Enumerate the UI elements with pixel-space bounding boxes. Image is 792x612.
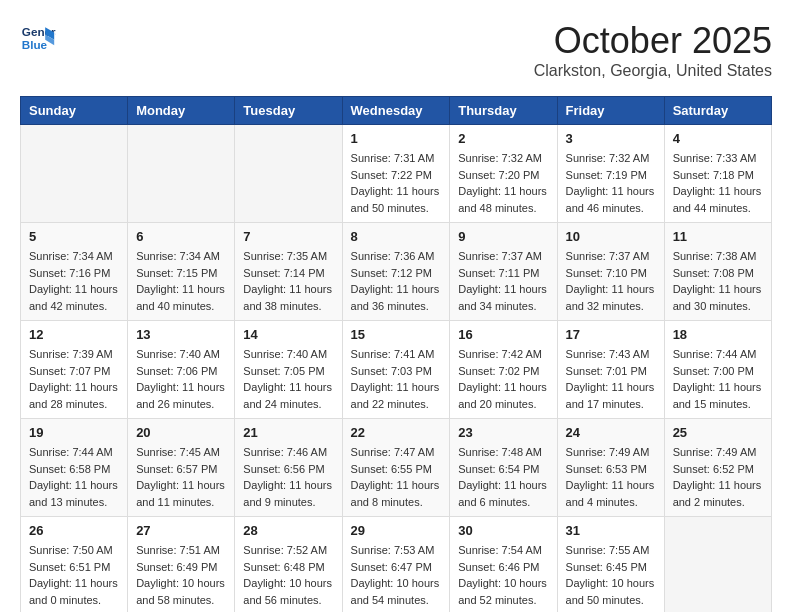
calendar-cell: 2Sunrise: 7:32 AM Sunset: 7:20 PM Daylig… xyxy=(450,125,557,223)
day-number: 10 xyxy=(566,229,656,244)
logo: General Blue xyxy=(20,20,56,56)
calendar-cell: 7Sunrise: 7:35 AM Sunset: 7:14 PM Daylig… xyxy=(235,223,342,321)
day-info: Sunrise: 7:31 AM Sunset: 7:22 PM Dayligh… xyxy=(351,150,442,216)
weekday-header-monday: Monday xyxy=(128,97,235,125)
day-number: 18 xyxy=(673,327,763,342)
calendar-cell: 23Sunrise: 7:48 AM Sunset: 6:54 PM Dayli… xyxy=(450,419,557,517)
calendar-cell xyxy=(664,517,771,613)
day-info: Sunrise: 7:41 AM Sunset: 7:03 PM Dayligh… xyxy=(351,346,442,412)
day-info: Sunrise: 7:32 AM Sunset: 7:19 PM Dayligh… xyxy=(566,150,656,216)
day-number: 23 xyxy=(458,425,548,440)
day-info: Sunrise: 7:47 AM Sunset: 6:55 PM Dayligh… xyxy=(351,444,442,510)
calendar-cell: 8Sunrise: 7:36 AM Sunset: 7:12 PM Daylig… xyxy=(342,223,450,321)
day-number: 28 xyxy=(243,523,333,538)
day-number: 8 xyxy=(351,229,442,244)
day-number: 13 xyxy=(136,327,226,342)
day-info: Sunrise: 7:46 AM Sunset: 6:56 PM Dayligh… xyxy=(243,444,333,510)
day-info: Sunrise: 7:51 AM Sunset: 6:49 PM Dayligh… xyxy=(136,542,226,608)
day-info: Sunrise: 7:37 AM Sunset: 7:10 PM Dayligh… xyxy=(566,248,656,314)
weekday-header-thursday: Thursday xyxy=(450,97,557,125)
day-info: Sunrise: 7:33 AM Sunset: 7:18 PM Dayligh… xyxy=(673,150,763,216)
day-number: 16 xyxy=(458,327,548,342)
weekday-header-tuesday: Tuesday xyxy=(235,97,342,125)
calendar-cell: 30Sunrise: 7:54 AM Sunset: 6:46 PM Dayli… xyxy=(450,517,557,613)
day-number: 14 xyxy=(243,327,333,342)
day-info: Sunrise: 7:49 AM Sunset: 6:52 PM Dayligh… xyxy=(673,444,763,510)
calendar-cell: 27Sunrise: 7:51 AM Sunset: 6:49 PM Dayli… xyxy=(128,517,235,613)
day-number: 24 xyxy=(566,425,656,440)
calendar-week-row: 12Sunrise: 7:39 AM Sunset: 7:07 PM Dayli… xyxy=(21,321,772,419)
day-info: Sunrise: 7:52 AM Sunset: 6:48 PM Dayligh… xyxy=(243,542,333,608)
calendar-cell: 18Sunrise: 7:44 AM Sunset: 7:00 PM Dayli… xyxy=(664,321,771,419)
day-number: 5 xyxy=(29,229,119,244)
day-info: Sunrise: 7:38 AM Sunset: 7:08 PM Dayligh… xyxy=(673,248,763,314)
weekday-header-saturday: Saturday xyxy=(664,97,771,125)
day-number: 2 xyxy=(458,131,548,146)
day-info: Sunrise: 7:36 AM Sunset: 7:12 PM Dayligh… xyxy=(351,248,442,314)
day-number: 15 xyxy=(351,327,442,342)
day-number: 27 xyxy=(136,523,226,538)
day-info: Sunrise: 7:54 AM Sunset: 6:46 PM Dayligh… xyxy=(458,542,548,608)
calendar-cell: 3Sunrise: 7:32 AM Sunset: 7:19 PM Daylig… xyxy=(557,125,664,223)
calendar-cell: 10Sunrise: 7:37 AM Sunset: 7:10 PM Dayli… xyxy=(557,223,664,321)
calendar-cell: 29Sunrise: 7:53 AM Sunset: 6:47 PM Dayli… xyxy=(342,517,450,613)
day-number: 26 xyxy=(29,523,119,538)
day-info: Sunrise: 7:37 AM Sunset: 7:11 PM Dayligh… xyxy=(458,248,548,314)
day-info: Sunrise: 7:44 AM Sunset: 7:00 PM Dayligh… xyxy=(673,346,763,412)
calendar-cell xyxy=(235,125,342,223)
month-title: October 2025 xyxy=(534,20,772,62)
day-number: 29 xyxy=(351,523,442,538)
day-number: 9 xyxy=(458,229,548,244)
calendar-cell: 24Sunrise: 7:49 AM Sunset: 6:53 PM Dayli… xyxy=(557,419,664,517)
calendar-cell: 31Sunrise: 7:55 AM Sunset: 6:45 PM Dayli… xyxy=(557,517,664,613)
calendar-cell: 11Sunrise: 7:38 AM Sunset: 7:08 PM Dayli… xyxy=(664,223,771,321)
calendar-week-row: 19Sunrise: 7:44 AM Sunset: 6:58 PM Dayli… xyxy=(21,419,772,517)
calendar-week-row: 26Sunrise: 7:50 AM Sunset: 6:51 PM Dayli… xyxy=(21,517,772,613)
day-number: 25 xyxy=(673,425,763,440)
day-info: Sunrise: 7:50 AM Sunset: 6:51 PM Dayligh… xyxy=(29,542,119,608)
calendar-cell: 19Sunrise: 7:44 AM Sunset: 6:58 PM Dayli… xyxy=(21,419,128,517)
day-info: Sunrise: 7:53 AM Sunset: 6:47 PM Dayligh… xyxy=(351,542,442,608)
calendar-cell: 25Sunrise: 7:49 AM Sunset: 6:52 PM Dayli… xyxy=(664,419,771,517)
day-info: Sunrise: 7:39 AM Sunset: 7:07 PM Dayligh… xyxy=(29,346,119,412)
day-number: 4 xyxy=(673,131,763,146)
day-number: 30 xyxy=(458,523,548,538)
weekday-header-sunday: Sunday xyxy=(21,97,128,125)
calendar-cell: 22Sunrise: 7:47 AM Sunset: 6:55 PM Dayli… xyxy=(342,419,450,517)
weekday-header-friday: Friday xyxy=(557,97,664,125)
day-info: Sunrise: 7:40 AM Sunset: 7:06 PM Dayligh… xyxy=(136,346,226,412)
calendar-cell xyxy=(21,125,128,223)
day-number: 20 xyxy=(136,425,226,440)
day-info: Sunrise: 7:34 AM Sunset: 7:15 PM Dayligh… xyxy=(136,248,226,314)
day-number: 1 xyxy=(351,131,442,146)
calendar-week-row: 5Sunrise: 7:34 AM Sunset: 7:16 PM Daylig… xyxy=(21,223,772,321)
day-number: 22 xyxy=(351,425,442,440)
day-info: Sunrise: 7:40 AM Sunset: 7:05 PM Dayligh… xyxy=(243,346,333,412)
day-number: 3 xyxy=(566,131,656,146)
calendar-cell xyxy=(128,125,235,223)
calendar-cell: 12Sunrise: 7:39 AM Sunset: 7:07 PM Dayli… xyxy=(21,321,128,419)
day-number: 6 xyxy=(136,229,226,244)
calendar-cell: 1Sunrise: 7:31 AM Sunset: 7:22 PM Daylig… xyxy=(342,125,450,223)
calendar-cell: 15Sunrise: 7:41 AM Sunset: 7:03 PM Dayli… xyxy=(342,321,450,419)
calendar-cell: 16Sunrise: 7:42 AM Sunset: 7:02 PM Dayli… xyxy=(450,321,557,419)
page-header: General Blue October 2025 Clarkston, Geo… xyxy=(20,20,772,80)
calendar-cell: 4Sunrise: 7:33 AM Sunset: 7:18 PM Daylig… xyxy=(664,125,771,223)
calendar-cell: 14Sunrise: 7:40 AM Sunset: 7:05 PM Dayli… xyxy=(235,321,342,419)
day-number: 19 xyxy=(29,425,119,440)
day-number: 11 xyxy=(673,229,763,244)
day-info: Sunrise: 7:35 AM Sunset: 7:14 PM Dayligh… xyxy=(243,248,333,314)
calendar-cell: 9Sunrise: 7:37 AM Sunset: 7:11 PM Daylig… xyxy=(450,223,557,321)
day-info: Sunrise: 7:42 AM Sunset: 7:02 PM Dayligh… xyxy=(458,346,548,412)
calendar-header-row: SundayMondayTuesdayWednesdayThursdayFrid… xyxy=(21,97,772,125)
calendar-cell: 13Sunrise: 7:40 AM Sunset: 7:06 PM Dayli… xyxy=(128,321,235,419)
day-info: Sunrise: 7:55 AM Sunset: 6:45 PM Dayligh… xyxy=(566,542,656,608)
day-number: 7 xyxy=(243,229,333,244)
day-info: Sunrise: 7:45 AM Sunset: 6:57 PM Dayligh… xyxy=(136,444,226,510)
calendar-table: SundayMondayTuesdayWednesdayThursdayFrid… xyxy=(20,96,772,612)
svg-text:Blue: Blue xyxy=(22,38,48,51)
day-info: Sunrise: 7:49 AM Sunset: 6:53 PM Dayligh… xyxy=(566,444,656,510)
day-info: Sunrise: 7:44 AM Sunset: 6:58 PM Dayligh… xyxy=(29,444,119,510)
calendar-cell: 28Sunrise: 7:52 AM Sunset: 6:48 PM Dayli… xyxy=(235,517,342,613)
calendar-cell: 21Sunrise: 7:46 AM Sunset: 6:56 PM Dayli… xyxy=(235,419,342,517)
